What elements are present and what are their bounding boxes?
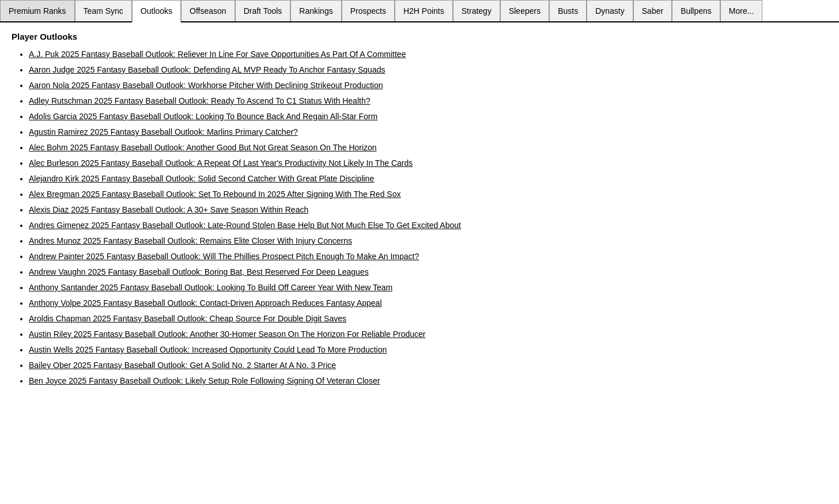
nav-tab-more[interactable]: More... bbox=[720, 0, 763, 21]
nav-tab-team-sync[interactable]: Team Sync bbox=[75, 0, 132, 21]
article-link[interactable]: Bailey Ober 2025 Fantasy Baseball Outloo… bbox=[29, 361, 336, 370]
article-link[interactable]: Austin Riley 2025 Fantasy Baseball Outlo… bbox=[29, 329, 425, 339]
nav-tabs: Premium RanksTeam SyncOutlooksOffseasonD… bbox=[0, 0, 839, 22]
main-content: Player Outlooks A.J. Puk 2025 Fantasy Ba… bbox=[0, 22, 839, 400]
article-link[interactable]: Anthony Santander 2025 Fantasy Baseball … bbox=[29, 283, 392, 292]
nav-tab-h2h-points[interactable]: H2H Points bbox=[395, 0, 453, 21]
list-item: Alejandro Kirk 2025 Fantasy Baseball Out… bbox=[29, 173, 827, 185]
nav-tab-busts[interactable]: Busts bbox=[549, 0, 587, 21]
list-item: Alec Bohm 2025 Fantasy Baseball Outlook:… bbox=[29, 142, 827, 154]
nav-tab-premium-ranks[interactable]: Premium Ranks bbox=[0, 0, 75, 21]
article-link[interactable]: Ben Joyce 2025 Fantasy Baseball Outlook:… bbox=[29, 376, 380, 385]
list-item: Andrew Vaughn 2025 Fantasy Baseball Outl… bbox=[29, 266, 827, 278]
nav-tab-draft-tools[interactable]: Draft Tools bbox=[235, 0, 291, 21]
article-link[interactable]: Alex Bregman 2025 Fantasy Baseball Outlo… bbox=[29, 190, 400, 199]
nav-tab-outlooks[interactable]: Outlooks bbox=[132, 0, 181, 22]
list-item: Aaron Judge 2025 Fantasy Baseball Outloo… bbox=[29, 64, 827, 76]
article-link[interactable]: Adolis Garcia 2025 Fantasy Baseball Outl… bbox=[29, 112, 377, 121]
article-link[interactable]: Alec Burleson 2025 Fantasy Baseball Outl… bbox=[29, 158, 413, 168]
article-link[interactable]: Andres Munoz 2025 Fantasy Baseball Outlo… bbox=[29, 236, 352, 245]
nav-tab-rankings[interactable]: Rankings bbox=[290, 0, 341, 21]
list-item: Alex Bregman 2025 Fantasy Baseball Outlo… bbox=[29, 188, 827, 200]
article-link[interactable]: Agustin Ramirez 2025 Fantasy Baseball Ou… bbox=[29, 127, 298, 137]
list-item: Andres Gimenez 2025 Fantasy Baseball Out… bbox=[29, 219, 827, 232]
nav-tab-prospects[interactable]: Prospects bbox=[342, 0, 395, 21]
nav-tab-sleepers[interactable]: Sleepers bbox=[500, 0, 549, 21]
nav-tab-offseason[interactable]: Offseason bbox=[181, 0, 235, 21]
list-item: A.J. Puk 2025 Fantasy Baseball Outlook: … bbox=[29, 48, 827, 60]
article-link[interactable]: Alexis Diaz 2025 Fantasy Baseball Outloo… bbox=[29, 205, 308, 214]
nav-tab-strategy[interactable]: Strategy bbox=[453, 0, 500, 21]
article-link[interactable]: Austin Wells 2025 Fantasy Baseball Outlo… bbox=[29, 345, 387, 354]
list-item: Alec Burleson 2025 Fantasy Baseball Outl… bbox=[29, 157, 827, 169]
section-title: Player Outlooks bbox=[12, 32, 827, 41]
list-item: Adolis Garcia 2025 Fantasy Baseball Outl… bbox=[29, 111, 827, 123]
list-item: Austin Wells 2025 Fantasy Baseball Outlo… bbox=[29, 344, 827, 356]
list-item: Andrew Painter 2025 Fantasy Baseball Out… bbox=[29, 251, 827, 263]
nav-tab-saber[interactable]: Saber bbox=[633, 0, 672, 21]
list-item: Bailey Ober 2025 Fantasy Baseball Outloo… bbox=[29, 359, 827, 372]
list-item: Anthony Santander 2025 Fantasy Baseball … bbox=[29, 282, 827, 294]
article-link[interactable]: Aaron Judge 2025 Fantasy Baseball Outloo… bbox=[29, 65, 385, 74]
article-list: A.J. Puk 2025 Fantasy Baseball Outlook: … bbox=[12, 48, 827, 387]
article-link[interactable]: Andres Gimenez 2025 Fantasy Baseball Out… bbox=[29, 221, 461, 230]
list-item: Aroldis Chapman 2025 Fantasy Baseball Ou… bbox=[29, 313, 827, 325]
article-link[interactable]: Andrew Vaughn 2025 Fantasy Baseball Outl… bbox=[29, 267, 369, 276]
article-link[interactable]: Aroldis Chapman 2025 Fantasy Baseball Ou… bbox=[29, 314, 346, 323]
list-item: Alexis Diaz 2025 Fantasy Baseball Outloo… bbox=[29, 204, 827, 216]
article-link[interactable]: Aaron Nola 2025 Fantasy Baseball Outlook… bbox=[29, 81, 383, 90]
list-item: Aaron Nola 2025 Fantasy Baseball Outlook… bbox=[29, 79, 827, 92]
list-item: Austin Riley 2025 Fantasy Baseball Outlo… bbox=[29, 328, 827, 340]
list-item: Agustin Ramirez 2025 Fantasy Baseball Ou… bbox=[29, 126, 827, 138]
article-link[interactable]: A.J. Puk 2025 Fantasy Baseball Outlook: … bbox=[29, 50, 406, 59]
nav-tab-bullpens[interactable]: Bullpens bbox=[672, 0, 720, 21]
nav-tab-dynasty[interactable]: Dynasty bbox=[587, 0, 633, 21]
article-link[interactable]: Andrew Painter 2025 Fantasy Baseball Out… bbox=[29, 252, 419, 261]
list-item: Anthony Volpe 2025 Fantasy Baseball Outl… bbox=[29, 297, 827, 309]
article-link[interactable]: Adley Rutschman 2025 Fantasy Baseball Ou… bbox=[29, 96, 370, 105]
list-item: Ben Joyce 2025 Fantasy Baseball Outlook:… bbox=[29, 375, 827, 387]
article-link[interactable]: Anthony Volpe 2025 Fantasy Baseball Outl… bbox=[29, 298, 382, 308]
article-link[interactable]: Alejandro Kirk 2025 Fantasy Baseball Out… bbox=[29, 174, 374, 183]
list-item: Adley Rutschman 2025 Fantasy Baseball Ou… bbox=[29, 95, 827, 107]
list-item: Andres Munoz 2025 Fantasy Baseball Outlo… bbox=[29, 235, 827, 247]
article-link[interactable]: Alec Bohm 2025 Fantasy Baseball Outlook:… bbox=[29, 143, 377, 152]
